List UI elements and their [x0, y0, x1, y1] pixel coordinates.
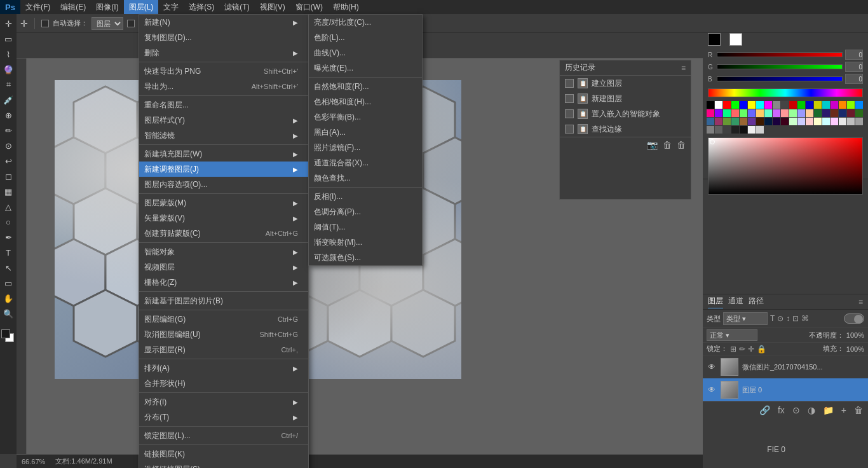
menu-item-filter[interactable]: 滤镜(T) — [219, 0, 254, 14]
swatch-42[interactable] — [740, 118, 747, 125]
submenu-item-vibrance[interactable]: 自然饱和度(R)... — [309, 79, 422, 94]
submenu-item-threshold[interactable]: 阈值(T)... — [309, 219, 422, 235]
swatch-20[interactable] — [715, 109, 722, 117]
swatch-33[interactable] — [822, 109, 830, 117]
swatch-62[interactable] — [748, 126, 756, 134]
layer-item-layer_0[interactable]: 👁 图层 0 — [703, 378, 868, 401]
healing-tool[interactable]: ⊕ — [1, 108, 15, 122]
g-slider[interactable] — [717, 64, 843, 69]
hue-bar[interactable] — [708, 88, 863, 97]
submenu-item-channel_mixer[interactable]: 通道混合器(X)... — [309, 155, 422, 170]
zoom-tool[interactable]: 🔍 — [1, 306, 15, 320]
swatch-52[interactable] — [822, 118, 830, 125]
submenu-item-exposure[interactable]: 曝光度(E)... — [309, 60, 422, 76]
menu-item-view[interactable]: 视图(V) — [255, 0, 290, 14]
swatch-32[interactable] — [814, 109, 822, 117]
filter-icon-5[interactable]: ⌘ — [801, 314, 809, 323]
layer-visibility-layer_0[interactable]: 👁 — [707, 385, 717, 395]
menu-item-distribute[interactable]: 分布(T)▶ — [139, 410, 308, 425]
eyedropper-tool[interactable]: 💉 — [1, 93, 15, 107]
layer-item-layer_photo[interactable]: 👁 微信图片_20170704150... — [703, 355, 868, 378]
swatch-12[interactable] — [806, 101, 813, 109]
menu-item-copy_layer[interactable]: 复制图层(D)... — [139, 30, 308, 45]
swatch-49[interactable] — [797, 118, 805, 125]
menu-item-new_adjust[interactable]: 新建调整图层(J)▶ — [139, 162, 308, 177]
menu-item-file[interactable]: 文件(F) — [20, 0, 55, 14]
lock-icon-4[interactable]: 🔒 — [757, 345, 766, 354]
swatch-59[interactable] — [723, 126, 731, 134]
quick-select-tool[interactable]: 🔮 — [1, 62, 15, 76]
swatch-7[interactable] — [764, 101, 772, 109]
swatch-5[interactable] — [748, 101, 756, 109]
submenu-item-posterize[interactable]: 色调分离(P)... — [309, 204, 422, 219]
swatch-58[interactable] — [715, 126, 722, 134]
g-value[interactable] — [845, 62, 863, 72]
layer-select[interactable]: 图层 组 — [92, 17, 123, 30]
eraser-tool[interactable]: ◻ — [1, 169, 15, 183]
paths-tab[interactable]: 路径 — [749, 296, 764, 308]
swatch-45[interactable] — [764, 118, 772, 125]
layer-new-icon[interactable]: + — [841, 405, 846, 415]
swatch-38[interactable] — [707, 118, 714, 125]
swatch-18[interactable] — [855, 101, 863, 109]
gradient-tool[interactable]: ▦ — [1, 184, 15, 198]
filter-type-select[interactable]: 类型 ▾ — [723, 312, 768, 325]
layers-menu-icon[interactable]: ≡ — [858, 298, 863, 306]
dodge-tool[interactable]: ○ — [1, 215, 15, 229]
submenu-item-photo_filter[interactable]: 照片滤镜(F)... — [309, 140, 422, 155]
menu-item-smart_filter[interactable]: 智能滤镜▶ — [139, 128, 308, 143]
menu-item-create_clip[interactable]: 创建剪贴蒙版(C)Alt+Ctrl+G — [139, 226, 308, 241]
layer-visibility-layer_photo[interactable]: 👁 — [707, 362, 717, 372]
swatch-41[interactable] — [731, 118, 739, 125]
submenu-item-brightness[interactable]: 亮度/对比度(C)... — [309, 15, 422, 30]
menu-item-delete[interactable]: 删除▶ — [139, 45, 308, 60]
menu-item-new_layer_based[interactable]: 新建基于图层的切片(B) — [139, 293, 308, 308]
lasso-tool[interactable]: ⌇ — [1, 47, 15, 61]
swatch-29[interactable] — [789, 109, 797, 117]
swatch-31[interactable] — [806, 109, 813, 117]
swatch-24[interactable] — [748, 109, 756, 117]
menu-item-link_layer[interactable]: 链接图层(K) — [139, 446, 308, 462]
menu-item-window[interactable]: 窗口(W) — [290, 0, 328, 14]
filter-icon-2[interactable]: ⊙ — [777, 314, 783, 323]
filter-icon-4[interactable]: ⊡ — [792, 314, 799, 323]
menu-item-vector_mask[interactable]: 矢量蒙版(V)▶ — [139, 210, 308, 226]
brush-tool[interactable]: ✏ — [1, 123, 15, 137]
history-item-create_layer[interactable]: 📋 建立图层 — [560, 76, 691, 91]
lock-icon-1[interactable]: ⊞ — [730, 345, 736, 354]
swatch-1[interactable] — [715, 101, 722, 109]
swatch-46[interactable] — [773, 118, 780, 125]
swatch-4[interactable] — [740, 101, 747, 109]
lock-icon-2[interactable]: ✏ — [739, 345, 745, 354]
history-delete-icon[interactable]: 🗑 — [677, 140, 686, 150]
history-item-new_layer[interactable]: 📋 新建图层 — [560, 91, 691, 106]
swatch-23[interactable] — [740, 109, 747, 117]
filter-icon-1[interactable]: T — [770, 314, 775, 323]
r-slider[interactable] — [717, 52, 843, 57]
fg-color-big[interactable] — [708, 33, 721, 46]
layer-adj-icon[interactable]: ◑ — [808, 405, 815, 415]
swatch-13[interactable] — [814, 101, 822, 109]
menu-item-type[interactable]: 文字 — [158, 0, 184, 14]
menu-item-lock_layer[interactable]: 锁定图层(L)...Ctrl+/ — [139, 428, 308, 443]
menu-item-group[interactable]: 图层编组(G)Ctrl+G — [139, 312, 308, 327]
layers-tab[interactable]: 图层 — [708, 296, 723, 308]
swatch-51[interactable] — [814, 118, 822, 125]
swatch-0[interactable] — [707, 101, 714, 109]
clone-tool[interactable]: ⊙ — [1, 139, 15, 153]
history-menu-icon[interactable]: ≡ — [681, 64, 686, 72]
menu-item-layer_content[interactable]: 图层内容选项(O)... — [139, 177, 308, 192]
history-item-find_edge[interactable]: 📋 查找边缘 — [560, 121, 691, 137]
swatch-9[interactable] — [781, 101, 789, 109]
type-tool[interactable]: T — [1, 245, 15, 259]
menu-item-quick_export[interactable]: 快速导出为 PNGShift+Ctrl+' — [139, 64, 308, 79]
menu-item-new[interactable]: 新建(N)▶ — [139, 15, 308, 30]
swatch-61[interactable] — [740, 126, 747, 134]
bg-color-big[interactable] — [729, 33, 742, 46]
swatch-30[interactable] — [797, 109, 805, 117]
swatch-43[interactable] — [748, 118, 756, 125]
menu-item-rename_layer[interactable]: 重命名图层... — [139, 97, 308, 113]
menu-item-align[interactable]: 对齐(I)▶ — [139, 394, 308, 410]
submenu-item-invert[interactable]: 反相(I)... — [309, 189, 422, 204]
swatch-14[interactable] — [822, 101, 830, 109]
